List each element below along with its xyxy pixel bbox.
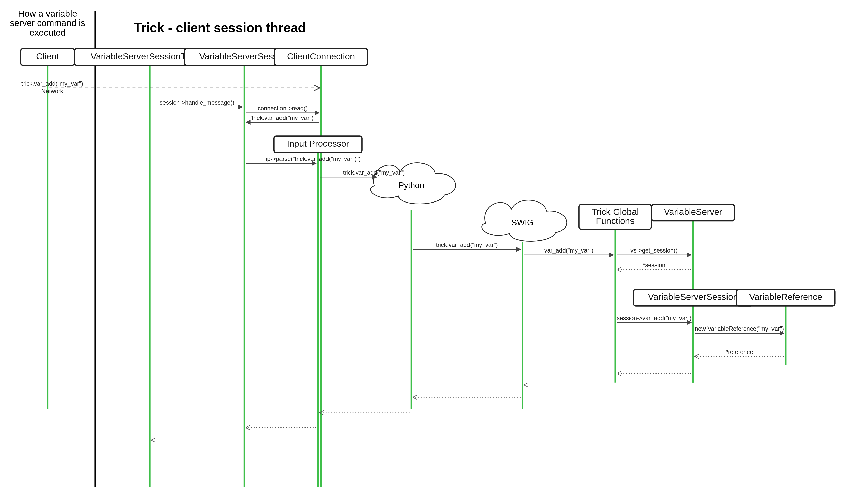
message-label-1: session->handle_message() [160,99,234,106]
lifeline-label-vss2: VariableServerSession [648,292,738,302]
cloud-label-python: Python [398,181,424,190]
message-label-5: trick.var_add("my_var") [343,169,405,176]
lifeline-label-vs: VariableServer [664,207,722,217]
lifeline-label-ip: Input Processor [287,139,349,148]
side-title-line3: executed [30,28,66,37]
message-label-2: connection->read() [258,105,307,112]
message-label-9: *session [643,262,665,268]
message-label-4: ip->parse("trick.var_add("my_var")") [266,156,361,162]
message-label-11: new VariableReference("my_var") [695,325,784,332]
side-title-line1: How a variable [18,8,77,18]
lifeline-label-tgf: Trick Global [592,207,639,217]
message-label-0: trick.var_add("my_var") [21,80,83,87]
side-title-line2: server command is [10,18,85,28]
main-title: Trick - client session thread [134,20,306,35]
message-label-7: var_add("my_var") [544,247,593,254]
message-label-6: trick.var_add("my_var") [436,242,498,248]
lifeline-label-vref: VariableReference [749,292,822,302]
message-label-8: vs->get_session() [631,247,678,254]
message-label-12: *reference [726,349,753,355]
cloud-label-swig: SWIG [511,218,534,227]
message-label-3: "trick.var_add("my_var")" [250,115,316,121]
sequence-diagram: How a variable server command is execute… [0,0,844,504]
lifeline-label-client: Client [36,51,59,61]
message-sublabel-0: Network [41,88,63,94]
lifeline-label-tgf: Functions [596,216,634,226]
message-label-10: session->var_add("my_var") [617,315,692,321]
lifeline-label-cc: ClientConnection [287,51,355,61]
